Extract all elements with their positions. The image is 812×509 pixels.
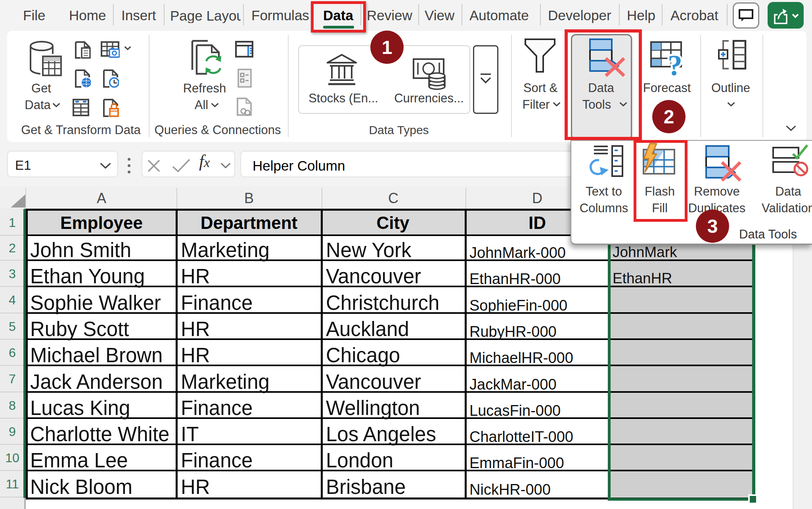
svg-text:?: ? bbox=[668, 49, 682, 75]
